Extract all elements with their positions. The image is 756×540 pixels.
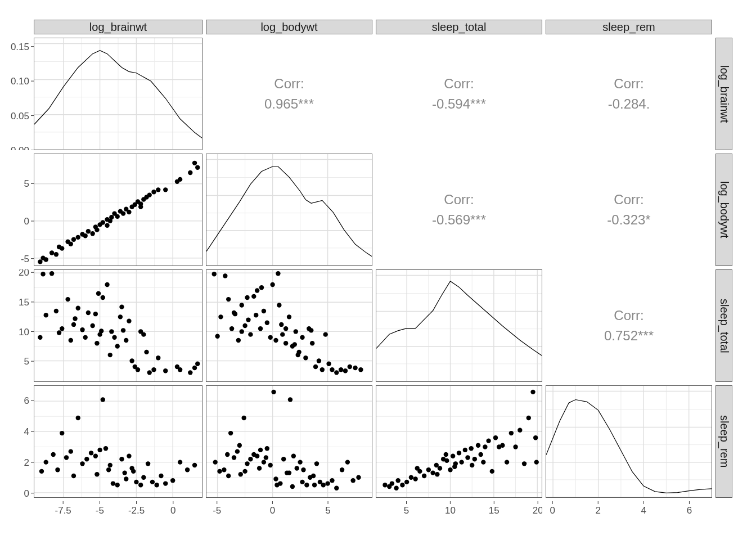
corr-label: Corr: xyxy=(444,74,474,94)
svg-point-264 xyxy=(146,461,150,466)
svg-point-334 xyxy=(300,480,304,484)
svg-point-292 xyxy=(225,452,230,457)
svg-point-247 xyxy=(80,461,84,466)
svg-point-140 xyxy=(96,291,101,295)
svg-point-374 xyxy=(459,460,464,464)
svg-point-355 xyxy=(390,481,394,485)
panel-density-log-brainwt xyxy=(34,38,202,150)
svg-point-117 xyxy=(108,353,112,357)
svg-point-48 xyxy=(109,215,114,219)
svg-point-386 xyxy=(500,443,505,448)
svg-point-167 xyxy=(248,332,253,336)
svg-point-191 xyxy=(326,362,331,366)
svg-point-186 xyxy=(310,341,314,345)
svg-point-318 xyxy=(311,474,316,478)
svg-point-316 xyxy=(304,483,309,487)
svg-point-137 xyxy=(188,370,192,375)
svg-point-268 xyxy=(163,481,168,485)
svg-text:-5: -5 xyxy=(213,505,221,516)
svg-point-102 xyxy=(57,330,61,335)
corr-label: Corr: xyxy=(614,305,644,326)
svg-point-170 xyxy=(258,326,263,331)
svg-point-370 xyxy=(448,467,452,472)
panel-scatter-sleeptotal-vs-bodywt xyxy=(206,269,372,382)
svg-point-138 xyxy=(192,366,197,370)
svg-point-178 xyxy=(284,326,288,331)
corr-value: -0.284. xyxy=(608,94,650,114)
svg-point-302 xyxy=(258,448,263,452)
svg-text:2: 2 xyxy=(24,457,29,468)
panel-corr-brainwt-sleeptotal: Corr: -0.594*** xyxy=(376,38,542,150)
svg-text:6: 6 xyxy=(24,395,29,406)
svg-point-314 xyxy=(298,460,302,464)
svg-point-54 xyxy=(127,210,131,214)
svg-point-357 xyxy=(395,478,400,483)
svg-point-133 xyxy=(156,356,160,360)
svg-point-243 xyxy=(64,455,69,460)
svg-point-63 xyxy=(151,190,156,194)
svg-point-142 xyxy=(73,316,77,321)
svg-point-103 xyxy=(60,326,64,331)
svg-point-36 xyxy=(76,235,80,240)
svg-point-136 xyxy=(178,367,182,372)
svg-text:15: 15 xyxy=(489,505,500,516)
svg-point-244 xyxy=(69,449,73,453)
svg-point-159 xyxy=(223,273,227,278)
svg-point-34 xyxy=(69,242,73,246)
svg-point-254 xyxy=(108,463,112,467)
pairs-matrix-figure: log_brainwt log_bodywt sleep_total sleep… xyxy=(0,0,756,540)
panel-density-sleep-total xyxy=(376,269,542,382)
svg-point-158 xyxy=(218,314,223,319)
svg-point-175 xyxy=(273,338,278,343)
svg-point-118 xyxy=(109,329,114,334)
column-strip-log-bodywt: log_bodywt xyxy=(206,20,372,34)
svg-text:0: 0 xyxy=(170,505,176,516)
svg-point-265 xyxy=(150,480,155,484)
svg-point-42 xyxy=(94,227,99,232)
svg-point-125 xyxy=(129,358,134,363)
svg-point-367 xyxy=(438,466,442,470)
svg-point-329 xyxy=(226,474,231,478)
svg-point-199 xyxy=(232,310,236,315)
svg-point-44 xyxy=(101,220,105,224)
svg-point-396 xyxy=(435,472,439,476)
svg-point-295 xyxy=(235,449,240,453)
svg-point-67 xyxy=(178,177,182,182)
svg-point-337 xyxy=(290,484,295,489)
svg-point-40 xyxy=(90,231,94,236)
corr-label: Corr: xyxy=(274,74,304,94)
x-axis-col3: 0246 xyxy=(546,501,712,518)
x-axis-col0: -7.5-5-2.50 xyxy=(34,501,202,518)
svg-point-45 xyxy=(105,223,109,228)
svg-point-204 xyxy=(295,353,300,357)
svg-point-183 xyxy=(300,335,304,340)
svg-point-324 xyxy=(334,486,339,490)
svg-point-389 xyxy=(513,444,518,449)
row-strip-sleep-total: sleep_total xyxy=(716,269,732,382)
panel-corr-sleeptotal-sleeprem: Corr: 0.752*** xyxy=(546,269,712,382)
svg-point-143 xyxy=(99,328,104,333)
svg-point-378 xyxy=(472,457,477,461)
svg-point-97 xyxy=(38,335,42,340)
panel-corr-brainwt-bodywt: Corr: 0.965*** xyxy=(206,38,372,150)
svg-point-248 xyxy=(84,457,89,461)
svg-point-309 xyxy=(281,457,286,461)
svg-point-208 xyxy=(279,322,284,327)
svg-point-395 xyxy=(534,460,539,464)
svg-point-181 xyxy=(294,329,298,334)
svg-point-179 xyxy=(287,314,291,319)
svg-point-296 xyxy=(238,472,243,476)
svg-point-32 xyxy=(60,246,64,250)
svg-point-379 xyxy=(476,443,480,448)
svg-point-99 xyxy=(44,313,48,317)
svg-text:0: 0 xyxy=(550,505,555,516)
panel-density-log-bodywt xyxy=(206,154,372,266)
svg-point-358 xyxy=(400,483,404,487)
svg-point-28 xyxy=(44,257,48,262)
svg-point-130 xyxy=(144,350,148,354)
svg-point-59 xyxy=(138,201,143,206)
svg-text:4: 4 xyxy=(641,505,646,516)
svg-point-39 xyxy=(86,229,91,233)
svg-point-163 xyxy=(236,338,241,343)
svg-point-400 xyxy=(444,452,448,457)
